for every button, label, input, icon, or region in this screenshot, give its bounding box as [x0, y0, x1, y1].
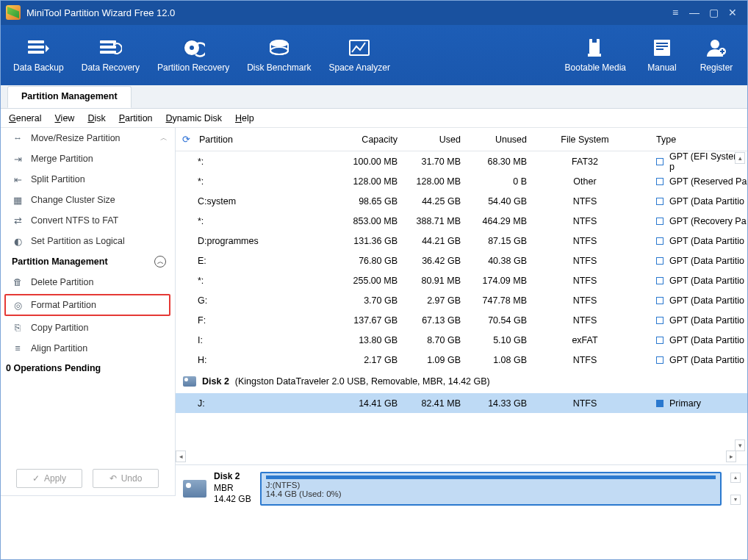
menu-icon[interactable]: ≡	[666, 6, 685, 19]
toolbar-label: Register	[700, 62, 733, 73]
tab-partition-management[interactable]: Partition Management	[7, 86, 132, 108]
sidebar-item-change-cluster-size[interactable]: ▦Change Cluster Size	[0, 190, 175, 210]
table-row[interactable]: G:3.70 GB2.97 GB747.78 MBNTFSGPT (Data P…	[176, 290, 748, 310]
cell-unused: 70.54 GB	[461, 315, 527, 326]
cell-unused: 14.33 GB	[461, 398, 527, 409]
col-partition[interactable]: Partition	[196, 134, 324, 145]
cell-capacity: 255.00 MB	[324, 276, 398, 286]
menu-partition[interactable]: Partition	[119, 113, 153, 123]
table-row[interactable]: J:14.41 GB82.41 MB14.33 GBNTFSPrimary	[176, 393, 748, 413]
table-row[interactable]: H:2.17 GB1.09 GB1.08 GBNTFSGPT (Data Par…	[176, 350, 748, 370]
toolbar-benchmark[interactable]: Disk Benchmark	[238, 33, 320, 77]
toolbar-bootable[interactable]: Bootable Media	[556, 33, 635, 77]
action-icon: 🗑	[12, 276, 24, 288]
col-unused[interactable]: Unused	[461, 134, 527, 145]
cell-type: GPT (Data Partitio	[643, 236, 748, 246]
cell-used: 1.09 GB	[398, 355, 461, 365]
cell-unused: 68.30 MB	[461, 157, 527, 167]
sidebar-item-delete-partition[interactable]: 🗑Delete Partition	[0, 272, 175, 292]
disk-header-row[interactable]: Disk 2 (Kingston DataTraveler 2.0 USB, R…	[176, 370, 748, 393]
action-icon: ◎	[12, 299, 24, 311]
disk-map-scrollbar[interactable]: ▴ ▾	[730, 473, 741, 505]
scroll-left-icon[interactable]: ◂	[176, 450, 186, 462]
sidebar-item-merge-partition[interactable]: ⇥Merge Partition	[0, 148, 175, 169]
sidebar-item-split-partition[interactable]: ⇤Split Partition	[0, 169, 175, 190]
table-row[interactable]: E:76.80 GB36.42 GB40.38 GBNTFSGPT (Data …	[176, 251, 748, 270]
sidebar-section-header[interactable]: Partition Management ︿	[0, 251, 175, 272]
scroll-down-icon[interactable]: ▾	[735, 439, 745, 451]
menu-dynamic-disk[interactable]: Dynamic Disk	[166, 113, 222, 123]
type-color-icon	[656, 277, 664, 284]
sidebar-item-move-resize-partition[interactable]: ↔Move/Resize Partition︿	[0, 128, 175, 148]
cell-partition: *:	[176, 216, 324, 226]
toolbar-part-recovery[interactable]: Partition Recovery	[148, 33, 238, 77]
chevron-up-icon: ︿	[160, 133, 168, 143]
toolbar-backup[interactable]: Data Backup	[4, 33, 73, 77]
table-row[interactable]: F:137.67 GB67.13 GB70.54 GBNTFSGPT (Data…	[176, 310, 748, 330]
benchmark-icon	[267, 37, 292, 58]
action-icon: ⇥	[12, 153, 24, 165]
sidebar-item-label: Merge Partition	[31, 154, 93, 164]
toolbar-label: Data Recovery	[82, 62, 140, 73]
disk-map-info: Disk 2 MBR 14.42 GB	[214, 471, 251, 506]
sidebar-item-copy-partition[interactable]: ⎘Copy Partition	[0, 317, 175, 338]
horizontal-scrollbar[interactable]: ◂ ▸	[176, 450, 736, 463]
table-row[interactable]: *:128.00 MB128.00 MB0 BOtherGPT (Reserve…	[176, 171, 748, 191]
menu-disk[interactable]: Disk	[87, 113, 105, 123]
svg-point-19	[711, 40, 719, 49]
sidebar-item-label: Change Cluster Size	[31, 195, 115, 205]
col-capacity[interactable]: Capacity	[324, 134, 398, 145]
table-row[interactable]: I:13.80 GB8.70 GB5.10 GBexFATGPT (Data P…	[176, 330, 748, 350]
apply-button[interactable]: ✓Apply	[16, 469, 82, 488]
sidebar-item-align-partition[interactable]: ≡Align Partition	[0, 338, 175, 359]
col-used[interactable]: Used	[398, 134, 461, 145]
cell-capacity: 131.36 GB	[324, 236, 398, 246]
undo-button[interactable]: ↶Undo	[93, 469, 159, 488]
scroll-right-icon[interactable]: ▸	[726, 450, 736, 462]
cell-partition: F:	[176, 315, 324, 326]
menu-general[interactable]: General	[9, 113, 41, 123]
toolbar-register[interactable]: Register	[689, 33, 744, 77]
backup-icon	[26, 37, 51, 58]
disk-icon	[183, 480, 206, 498]
cell-type: GPT (Recovery Pa	[643, 216, 748, 226]
table-row[interactable]: *:100.00 MB31.70 MB68.30 MBFAT32GPT (EFI…	[176, 151, 748, 171]
scroll-up-icon[interactable]: ▴	[735, 152, 745, 164]
table-row[interactable]: *:255.00 MB80.91 MB174.09 MBNTFSGPT (Dat…	[176, 270, 748, 290]
menu-help[interactable]: Help	[235, 113, 254, 123]
sidebar-item-format-partition[interactable]: ◎Format Partition	[4, 294, 170, 316]
cell-filesystem: NTFS	[527, 398, 643, 409]
maximize-button[interactable]: ▢	[704, 6, 723, 19]
table-row[interactable]: C:system98.65 GB44.25 GB54.40 GBNTFSGPT …	[176, 191, 748, 211]
table-row[interactable]: *:853.00 MB388.71 MB464.29 MBNTFSGPT (Re…	[176, 211, 748, 231]
disk-icon	[183, 376, 196, 387]
scroll-up-icon[interactable]: ▴	[730, 473, 741, 483]
sidebar-item-set-partition-as-logical[interactable]: ◐Set Partition as Logical	[0, 231, 175, 251]
table-row[interactable]: D:programmes131.36 GB44.21 GB87.15 GBNTF…	[176, 231, 748, 251]
col-filesystem[interactable]: File System	[527, 134, 643, 145]
minimize-button[interactable]: —	[685, 6, 704, 19]
sidebar-item-convert-ntfs-to-fat[interactable]: ⇄Convert NTFS to FAT	[0, 210, 175, 231]
cell-unused: 87.15 GB	[461, 236, 527, 246]
cell-partition: G:	[176, 295, 324, 306]
svg-rect-4	[100, 46, 116, 49]
col-type[interactable]: Type	[643, 134, 748, 145]
vertical-scrollbar[interactable]: ▴ ▾	[734, 152, 746, 451]
app-logo-icon	[6, 5, 21, 20]
scroll-down-icon[interactable]: ▾	[730, 495, 741, 505]
menu-view[interactable]: View	[54, 113, 74, 123]
cell-partition: *:	[176, 276, 324, 286]
cell-unused: 174.09 MB	[461, 276, 527, 286]
cell-capacity: 3.70 GB	[324, 295, 398, 306]
close-button[interactable]: ✕	[723, 6, 742, 19]
cell-filesystem: NTFS	[527, 216, 643, 226]
toolbar-manual[interactable]: Manual	[635, 33, 689, 77]
collapse-icon[interactable]: ︿	[154, 256, 166, 268]
toolbar-analyzer[interactable]: Space Analyzer	[320, 33, 399, 77]
refresh-icon[interactable]: ⟳	[176, 134, 196, 145]
toolbar-label: Data Backup	[13, 62, 64, 73]
cell-partition: J:	[176, 398, 324, 409]
cell-partition: *:	[176, 176, 324, 187]
toolbar-recovery[interactable]: Data Recovery	[73, 33, 148, 77]
disk-map-partition[interactable]: J:(NTFS) 14.4 GB (Used: 0%)	[260, 472, 722, 506]
